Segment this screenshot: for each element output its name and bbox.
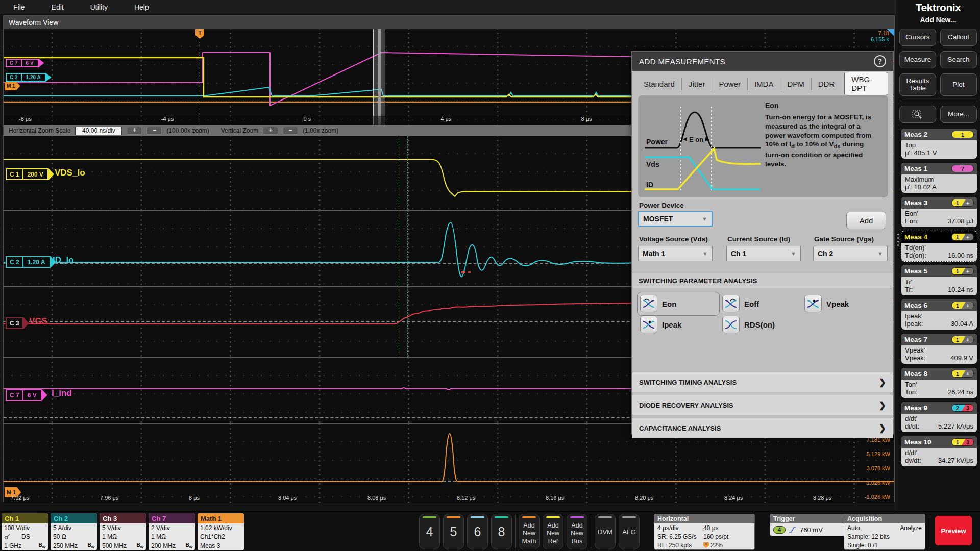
add-measurement-button[interactable]: Add xyxy=(846,212,886,229)
bottom-bar: Ch 1 100 V/div DS 1 GHzBw Ch 2 5 A/div 5… xyxy=(0,511,980,551)
trace-label-vgs: VGS xyxy=(29,316,47,327)
v-zoom-minus-button[interactable]: − xyxy=(283,127,298,135)
menu-file[interactable]: File xyxy=(13,3,25,11)
callout-button[interactable]: Callout xyxy=(940,29,977,46)
group-divider xyxy=(515,515,516,548)
ch2-badge[interactable]: Ch 2 5 A/div 50 Ω 250 MHzBw xyxy=(51,513,97,550)
ipeak-button[interactable]: Ipeak xyxy=(640,316,681,333)
h-zoom-minus-button[interactable]: − xyxy=(146,127,162,135)
svg-text:E on: E on xyxy=(689,136,703,143)
meas-7-card[interactable]: Meas 7 1+ Vpeak' Vpeak:409.9 V xyxy=(901,334,977,364)
search-button[interactable]: Search xyxy=(940,51,977,68)
math1-badge[interactable]: Math 1 1.02 kW/div Ch1*Ch2 Meas 3 xyxy=(198,513,244,550)
ch1-badge[interactable]: Ch 1 100 V/div DS 1 GHzBw xyxy=(2,513,48,550)
badge-scale: 1.20 A xyxy=(22,74,45,81)
current-source-select[interactable]: Ch 1▼ xyxy=(726,246,801,261)
trigger-panel[interactable]: Trigger 4 760 mV xyxy=(770,514,851,536)
menu-help[interactable]: Help xyxy=(134,3,149,11)
v-zoom-plus-button[interactable]: + xyxy=(263,127,278,135)
axis-tick: 7.92 μs xyxy=(11,495,29,501)
axis-tick: 8.24 μs xyxy=(724,495,743,501)
current-source-label: Current Source (Id) xyxy=(727,235,790,243)
chevron-right-icon: ❯ xyxy=(879,377,886,388)
zoom-window-handle[interactable] xyxy=(378,29,381,125)
capacitance-accordion[interactable]: CAPACITANCE ANALYSIS❯ xyxy=(632,418,893,438)
h-zoom-plus-button[interactable]: + xyxy=(127,127,142,135)
meas-8-card[interactable]: Meas 8 1+ Ton' Ton:26.24 ns xyxy=(901,368,977,398)
ch3-badge[interactable]: Ch 3 5 V/div 1 MΩ 500 MHzBw xyxy=(100,513,146,550)
channel-4-button[interactable]: 4 xyxy=(419,514,440,549)
dvm-button[interactable]: DVM xyxy=(595,514,616,549)
voltage-source-select[interactable]: Math 1▼ xyxy=(638,246,713,261)
ch7-badge[interactable]: Ch 7 2 V/div 1 MΩ 200 MHzBw xyxy=(149,513,195,550)
help-icon[interactable]: ? xyxy=(874,55,886,67)
add-new-ref-button[interactable]: AddNewRef xyxy=(543,514,564,549)
channel-6-button[interactable]: 6 xyxy=(467,514,488,549)
menu-utility[interactable]: Utility xyxy=(90,3,108,11)
axis-tick: 8.16 μs xyxy=(546,495,564,501)
overview-badge-c7[interactable]: C 7 6 V xyxy=(6,59,44,67)
preview-button[interactable]: Preview xyxy=(935,516,972,545)
gate-source-select[interactable]: Ch 2▼ xyxy=(813,246,888,261)
eon-button[interactable]: Eon xyxy=(640,295,676,312)
trace-label-vds: VDS_lo xyxy=(55,168,85,178)
power-device-value: MOSFET xyxy=(643,215,673,223)
tab-jitter[interactable]: Jitter xyxy=(681,78,712,90)
dialog-header[interactable]: ADD MEASUREMENTS ? xyxy=(632,52,893,71)
horizontal-zoom-scale-input[interactable]: 40.00 ns/div xyxy=(75,127,122,135)
horizontal-panel[interactable]: Horizontal 4 μs/div40 μs SR: 6.25 GS/s16… xyxy=(654,514,755,550)
drag-handle-dots[interactable] xyxy=(897,234,899,235)
power-device-select[interactable]: MOSFET ▼ xyxy=(638,211,713,227)
measurement-info-panel: E on Power Vds ID Eon Turn-on energy for… xyxy=(638,95,888,197)
tab-dpm[interactable]: DPM xyxy=(780,78,811,90)
meas-10-card[interactable]: Meas 10 13 d/dt' dv/dt:-34.27 kV/μs xyxy=(901,436,977,466)
chevron-down-icon: ▼ xyxy=(702,251,708,257)
eoff-button[interactable]: Eoff xyxy=(722,295,759,312)
vpeak-label: Vpeak xyxy=(826,299,849,308)
cursors-button[interactable]: Cursors xyxy=(899,29,936,46)
measure-button[interactable]: Measure xyxy=(899,51,936,68)
channel-5-button[interactable]: 5 xyxy=(443,514,464,549)
tab-ddr[interactable]: DDR xyxy=(811,78,842,90)
trigger-title: Trigger xyxy=(770,514,851,523)
meas-9-card[interactable]: Meas 9 23 d/dt' di/dt:5.227 kA/μs xyxy=(901,402,977,432)
tab-standard[interactable]: Standard xyxy=(637,78,681,90)
main-badge-c1[interactable]: C 1 200 V xyxy=(6,168,54,180)
meas-6-card[interactable]: Meas 6 1+ Ipeak' Ipeak:30.04 A xyxy=(901,299,977,330)
zoom-select-button[interactable] xyxy=(899,106,936,123)
meas-1-card[interactable]: Meas 1 7 Maximum μ':10.02 A xyxy=(901,163,977,193)
axis-tick: 8.04 μs xyxy=(278,495,297,501)
meas-2-card[interactable]: Meas 2 1 Top μ':405.1 V xyxy=(901,129,977,159)
group-divider xyxy=(591,515,591,548)
results-table-button[interactable]: Results Table xyxy=(899,73,936,96)
overview-badge-c2[interactable]: C 2 1.20 A xyxy=(6,73,52,82)
main-badge-c7[interactable]: C 7 6 V xyxy=(6,389,47,401)
rdson-button[interactable]: RDS(on) xyxy=(722,316,775,333)
menu-edit[interactable]: Edit xyxy=(52,3,64,11)
meas-3-card[interactable]: Meas 3 1+ Eon' Eon:37.08 μJ xyxy=(901,197,977,227)
main-badge-c3[interactable]: C 3 xyxy=(6,317,29,329)
vpeak-button[interactable]: Vpeak xyxy=(804,295,849,312)
meas-5-card[interactable]: Meas 5 1+ Tr' Tr:10.24 ns xyxy=(901,265,977,295)
tab-imda[interactable]: IMDA xyxy=(747,78,780,90)
axis-tick: 8.12 μs xyxy=(457,495,475,501)
more-button[interactable]: More... xyxy=(940,106,977,123)
vertical-zoom-label: Vertical Zoom xyxy=(221,127,258,134)
plot-button[interactable]: Plot xyxy=(940,73,977,96)
zoom-window-selector[interactable] xyxy=(373,29,385,125)
add-new-math-button[interactable]: AddNewMath xyxy=(519,514,540,549)
channel-8-button[interactable]: 8 xyxy=(491,514,512,549)
badge-scale: 200 V xyxy=(23,169,47,179)
diode-recovery-accordion[interactable]: DIODE RECOVERY ANALYSIS❯ xyxy=(632,395,893,415)
axis-tick: 7.96 μs xyxy=(100,495,118,501)
acquisition-panel[interactable]: Acquisition Auto,Analyze Sample: 12 bits… xyxy=(844,514,925,550)
main-badge-c2[interactable]: C 2 1.20 A xyxy=(6,256,56,268)
meas-4-card[interactable]: Meas 4 1+ Td(on)' Td(on):16.00 ns xyxy=(901,231,977,261)
source-badge: 1+ xyxy=(951,370,974,378)
measurement-badge-list: Meas 2 1 Top μ':405.1 V Meas 1 7 Maximum… xyxy=(901,129,977,466)
switching-timing-accordion[interactable]: SWITCHING TIMING ANALYSIS❯ xyxy=(632,372,893,392)
afg-button[interactable]: AFG xyxy=(619,514,640,549)
tab-power[interactable]: Power xyxy=(712,78,747,90)
tab-wbg-dpt[interactable]: WBG-DPT xyxy=(844,72,888,95)
add-new-bus-button[interactable]: AddNewBus xyxy=(567,514,587,549)
